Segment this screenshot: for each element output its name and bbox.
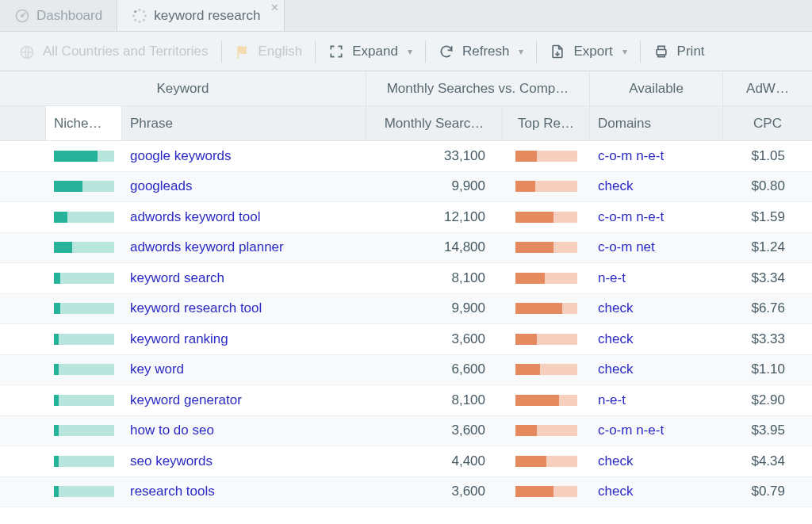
- phrase-link[interactable]: adwords keyword planner: [130, 239, 284, 255]
- top-result-fill: [515, 486, 553, 497]
- niche-bar-cell: [46, 181, 122, 192]
- top-result-fill: [515, 456, 546, 467]
- table-row[interactable]: adwords keyword tool12,100c-o-m n-e-t$1.…: [0, 202, 812, 233]
- table-row[interactable]: keyword ranking3,600check$3.33: [0, 324, 812, 355]
- domains-link[interactable]: check: [598, 300, 633, 316]
- table-row[interactable]: google keywords33,100c-o-m n-e-t$1.05: [0, 141, 812, 172]
- export-icon: [550, 44, 565, 59]
- niche-bar: [54, 242, 114, 253]
- expand-button[interactable]: Expand ▾: [317, 32, 423, 71]
- top-result-bar: [515, 334, 577, 345]
- export-button[interactable]: Export ▾: [538, 32, 638, 71]
- header-handle: [0, 106, 46, 140]
- top-result-bar: [515, 425, 577, 436]
- top-result-cell: [503, 151, 590, 162]
- phrase-link[interactable]: key word: [130, 361, 184, 377]
- export-label: Export: [573, 44, 612, 59]
- header-adwords[interactable]: AdW…: [723, 71, 812, 105]
- domains-link[interactable]: check: [598, 331, 633, 347]
- gauge-icon: [14, 8, 30, 24]
- table-row[interactable]: keyword research tool9,900check$6.76: [0, 294, 812, 325]
- domains-link[interactable]: c-o-m n-e-t: [598, 423, 664, 438]
- table-row[interactable]: research tools3,600check$0.79: [0, 477, 812, 508]
- table-row[interactable]: adwords keyword planner14,800c-o-m net$1…: [0, 233, 812, 264]
- domains-link[interactable]: check: [598, 453, 633, 469]
- domains-cell: n-e-t: [590, 270, 723, 286]
- niche-fill: [54, 303, 60, 314]
- chevron-down-icon: ▾: [408, 46, 412, 57]
- phrase-link[interactable]: keyword research tool: [130, 300, 262, 316]
- header-keyword-group[interactable]: Keyword: [0, 71, 366, 105]
- top-result-bar: [515, 486, 577, 497]
- niche-bar: [54, 334, 114, 345]
- phrase-cell: how to do seo: [122, 423, 366, 438]
- top-result-fill: [515, 212, 553, 223]
- domains-link[interactable]: n-e-t: [598, 270, 626, 286]
- domains-cell: check: [590, 300, 723, 316]
- table-row[interactable]: how to do seo3,600c-o-m n-e-t$3.95: [0, 416, 812, 447]
- header-monthly-group[interactable]: Monthly Searches vs. Comp…: [366, 71, 590, 105]
- header-top-result[interactable]: Top Re…: [503, 106, 590, 140]
- header-row-columns: Niche… Phrase Monthly Searc… Top Re… Dom…: [0, 106, 812, 141]
- top-result-fill: [515, 364, 540, 375]
- monthly-cell: 9,900: [366, 178, 503, 194]
- domains-link[interactable]: c-o-m net: [598, 239, 655, 255]
- tab-dashboard[interactable]: Dashboard: [0, 0, 117, 31]
- phrase-link[interactable]: keyword generator: [130, 392, 242, 408]
- monthly-cell: 3,600: [366, 484, 503, 499]
- domains-cell: check: [590, 453, 723, 469]
- print-button[interactable]: Print: [642, 32, 716, 71]
- refresh-button[interactable]: Refresh ▾: [427, 32, 535, 71]
- phrase-link[interactable]: seo keywords: [130, 453, 213, 469]
- header-cpc[interactable]: CPC: [723, 106, 812, 140]
- phrase-cell: key word: [122, 361, 366, 377]
- phrase-link[interactable]: google keywords: [130, 148, 232, 164]
- table-row[interactable]: googleads9,900check$0.80: [0, 172, 812, 203]
- table-row[interactable]: seo keywords4,400check$4.34: [0, 446, 812, 477]
- monthly-cell: 4,400: [366, 453, 503, 469]
- country-selector[interactable]: All Countries and Territories: [8, 32, 220, 71]
- tab-label: Dashboard: [36, 8, 102, 24]
- top-result-bar: [515, 303, 577, 314]
- svg-point-2: [139, 8, 141, 10]
- domains-link[interactable]: n-e-t: [598, 392, 626, 408]
- domains-link[interactable]: check: [598, 178, 633, 194]
- niche-fill: [54, 395, 59, 406]
- domains-link[interactable]: c-o-m n-e-t: [598, 148, 664, 164]
- niche-fill: [54, 456, 59, 467]
- top-result-fill: [515, 273, 545, 284]
- table-row[interactable]: keyword generator8,100n-e-t$2.90: [0, 385, 812, 416]
- niche-bar: [54, 212, 114, 223]
- table-row[interactable]: key word6,600check$1.10: [0, 355, 812, 386]
- language-selector[interactable]: English: [224, 32, 314, 71]
- header-niche[interactable]: Niche…: [46, 106, 122, 140]
- niche-fill: [54, 151, 98, 162]
- header-available[interactable]: Available: [590, 71, 723, 105]
- phrase-link[interactable]: research tools: [130, 484, 215, 499]
- phrase-link[interactable]: how to do seo: [130, 423, 214, 438]
- header-monthly[interactable]: Monthly Searc…: [366, 106, 503, 140]
- separator: [315, 40, 316, 63]
- phrase-cell: research tools: [122, 484, 366, 499]
- phrase-link[interactable]: googleads: [130, 178, 192, 194]
- domains-link[interactable]: c-o-m n-e-t: [598, 209, 664, 225]
- top-result-cell: [503, 364, 590, 375]
- tab-keyword-research[interactable]: keyword research ✕: [117, 0, 285, 31]
- niche-bar: [54, 456, 114, 467]
- phrase-link[interactable]: keyword search: [130, 270, 224, 286]
- phrase-link[interactable]: keyword ranking: [130, 331, 228, 347]
- domains-link[interactable]: check: [598, 361, 633, 377]
- close-icon[interactable]: ✕: [270, 2, 279, 13]
- header-domains[interactable]: Domains: [590, 106, 723, 140]
- phrase-link[interactable]: adwords keyword tool: [130, 209, 260, 225]
- niche-fill: [54, 334, 59, 345]
- top-result-bar: [515, 395, 577, 406]
- toolbar: All Countries and Territories English Ex…: [0, 32, 812, 71]
- top-result-fill: [515, 181, 535, 192]
- header-phrase[interactable]: Phrase: [122, 106, 366, 140]
- header-row-groups: Keyword Monthly Searches vs. Comp… Avail…: [0, 71, 812, 106]
- niche-bar: [54, 273, 114, 284]
- table-row[interactable]: keyword search8,100n-e-t$3.34: [0, 263, 812, 294]
- top-result-cell: [503, 242, 590, 253]
- domains-link[interactable]: check: [598, 484, 633, 499]
